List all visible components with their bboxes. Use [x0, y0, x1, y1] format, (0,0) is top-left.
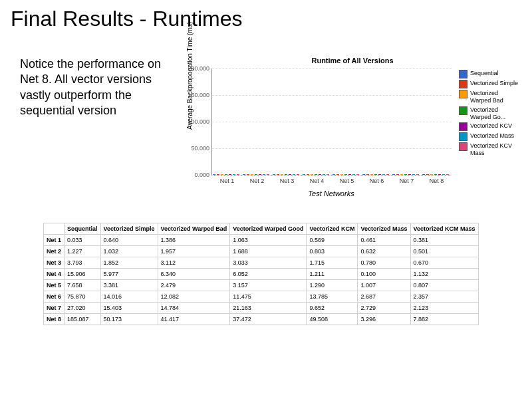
bar: [297, 174, 299, 175]
page-title: Final Results - Runtimes: [11, 7, 243, 31]
cell: 5.977: [100, 269, 158, 280]
cell: Net 7: [44, 303, 65, 314]
cell: 0.569: [307, 235, 358, 246]
runtime-table: SequentialVectorized SimpleVectorized Wa…: [43, 223, 479, 325]
legend-swatch: [459, 106, 467, 115]
cell: 0.807: [410, 280, 478, 291]
col-header: Vectorized KCM Mass: [410, 223, 478, 235]
runtime-chart: Runtime of All Versions Average Backprop…: [186, 57, 519, 203]
bar: [251, 174, 253, 175]
bar: [392, 174, 395, 175]
bar: [352, 174, 355, 175]
y-tick: 0.000: [179, 172, 209, 178]
plot-area: 0.00050.000100.000150.000200.000Net 1Net…: [211, 68, 452, 176]
cell: 1.957: [158, 246, 230, 257]
x-tick: Net 4: [310, 178, 325, 184]
bar: [332, 174, 335, 175]
cell: Net 4: [44, 269, 65, 280]
cell: 0.461: [358, 235, 410, 246]
bar: [213, 174, 215, 175]
bar: [336, 174, 339, 175]
bar: [422, 174, 425, 175]
bar: [362, 174, 365, 175]
cell: 11.475: [230, 291, 307, 303]
bar: [446, 174, 449, 175]
bar: [323, 174, 325, 175]
legend: SequentialVectorized SimpleVectorized Wa…: [459, 70, 519, 159]
cell: 21.163: [230, 303, 307, 314]
bar: [434, 174, 437, 175]
legend-label: Sequential: [470, 70, 499, 77]
bar: [225, 174, 227, 175]
table-row: Net 21.2271.0321.9571.6880.8030.6320.501: [44, 246, 479, 257]
cell: 0.803: [307, 246, 358, 257]
bar: [370, 174, 373, 175]
cell: 1.290: [307, 280, 358, 291]
cell: 3.033: [230, 257, 307, 269]
chart-title: Runtime of All Versions: [311, 57, 393, 65]
y-tick: 50.000: [179, 145, 209, 152]
cell: 0.640: [100, 235, 158, 246]
bar: [255, 174, 257, 175]
cell: 27.020: [65, 303, 101, 314]
y-tick: 150.000: [179, 92, 209, 98]
cell: 0.033: [65, 235, 101, 246]
bar: [267, 174, 269, 175]
cell: 13.785: [307, 291, 358, 303]
cell: 3.157: [230, 280, 307, 291]
cell: 1.386: [158, 235, 230, 246]
bar: [396, 174, 399, 175]
x-tick: Net 7: [400, 178, 414, 184]
cell: Net 8: [44, 314, 65, 325]
table-row: Net 415.9065.9776.3406.0521.2110.1001.13…: [44, 269, 479, 280]
table-row: Net 57.6583.3812.4793.1571.2901.0070.807: [44, 280, 479, 291]
x-axis-label: Test Networks: [211, 190, 451, 198]
cell: 6.340: [158, 269, 230, 280]
bar: [404, 174, 407, 175]
bar: [311, 174, 313, 175]
legend-swatch: [459, 132, 467, 141]
bar: [259, 174, 261, 175]
legend-label: Vectorized Mass: [470, 132, 514, 140]
bar: [247, 174, 249, 175]
cell: 15.906: [65, 269, 101, 280]
cell: 185.087: [65, 314, 101, 325]
bar: [408, 174, 411, 175]
x-tick: Net 2: [250, 178, 265, 184]
bar: [315, 174, 317, 175]
bar: [217, 174, 219, 175]
cell: 14.016: [100, 291, 158, 303]
cell: 12.082: [158, 291, 230, 303]
cell: 3.112: [158, 257, 230, 269]
cell: 1.007: [358, 280, 410, 291]
cell: Net 6: [44, 291, 65, 303]
cell: 41.417: [158, 314, 230, 325]
cell: 0.670: [410, 257, 478, 269]
bar: [233, 174, 235, 175]
bar: [263, 174, 265, 175]
cell: 2.729: [358, 303, 410, 314]
bar: [293, 174, 295, 175]
legend-item: Vectorized Simple: [459, 80, 519, 88]
cell: 7.882: [410, 314, 478, 325]
bar: [229, 174, 231, 175]
legend-item: Vectorized KCV: [459, 122, 519, 131]
cell: 1.715: [307, 257, 358, 269]
legend-swatch: [459, 70, 467, 78]
cell: 0.381: [410, 235, 478, 246]
bar: [426, 174, 429, 175]
bar: [344, 174, 347, 175]
x-tick: Net 8: [430, 178, 444, 184]
bar: [386, 174, 389, 175]
bar: [237, 174, 239, 175]
legend-item: Vectorized Warped Go...: [459, 106, 519, 122]
bar: [327, 174, 329, 175]
bar: [348, 174, 351, 175]
cell: 6.052: [230, 269, 307, 280]
col-header: Vectorized KCM: [307, 223, 358, 235]
table-row: Net 10.0330.6401.3861.0630.5690.4610.381: [44, 235, 479, 246]
bar: [340, 174, 343, 175]
x-tick: Net 3: [280, 178, 295, 184]
cell: 7.658: [65, 280, 101, 291]
bar: [307, 174, 309, 175]
